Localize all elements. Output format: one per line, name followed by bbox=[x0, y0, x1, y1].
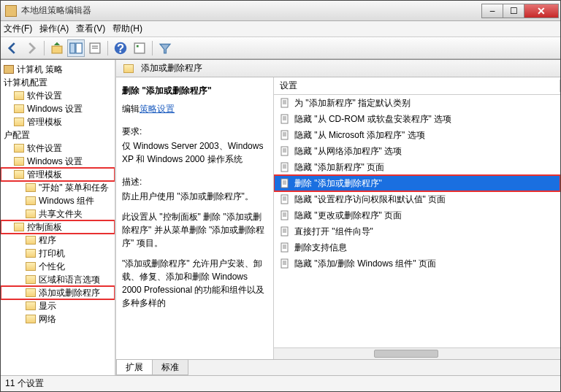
svg-rect-0 bbox=[52, 46, 62, 53]
tree-user-config[interactable]: 户配置 bbox=[1, 128, 115, 142]
tree-root[interactable]: 计算机 策略 bbox=[1, 63, 115, 76]
horizontal-scrollbar[interactable] bbox=[274, 347, 560, 359]
tab-extended[interactable]: 扩展 bbox=[116, 360, 153, 375]
tree-label: 添加或删除程序 bbox=[39, 287, 100, 299]
svg-rect-1 bbox=[70, 43, 75, 53]
menu-view[interactable]: 查看(V) bbox=[76, 23, 105, 35]
settings-item[interactable]: 隐藏 "从 CD-ROM 或软盘安装程序" 选项 bbox=[274, 111, 560, 127]
edit-row: 编辑策略设置 bbox=[122, 103, 267, 115]
col-settings[interactable]: 设置 bbox=[274, 80, 560, 92]
settings-item[interactable]: 直接打开 "组件向导" bbox=[274, 223, 560, 239]
settings-item-label: 隐藏 "更改或删除程序" 页面 bbox=[294, 210, 402, 222]
settings-item[interactable]: 隐藏 "设置程序访问权限和默认值" 页面 bbox=[274, 191, 560, 207]
settings-item[interactable]: 为 "添加新程序" 指定默认类别 bbox=[274, 95, 560, 111]
tree-start-menu[interactable]: "开始" 菜单和任务 bbox=[1, 181, 115, 194]
policy-icon bbox=[280, 162, 290, 172]
edit-policy-link[interactable]: 策略设置 bbox=[140, 104, 175, 114]
policy-icon bbox=[280, 178, 290, 188]
toolbar-separator bbox=[107, 41, 108, 55]
status-text: 11 个设置 bbox=[5, 377, 44, 390]
settings-item[interactable]: 隐藏 "从网络添加程序" 选项 bbox=[274, 143, 560, 159]
tree-cc-windows[interactable]: Windows 设置 bbox=[1, 102, 115, 115]
settings-item[interactable]: 删除 "添加或删除程序" bbox=[274, 175, 560, 191]
titlebar: 本地组策略编辑器 – ☐ ✕ bbox=[1, 1, 560, 21]
tree-printers[interactable]: 打印机 bbox=[1, 247, 115, 260]
tree-label: 管理模板 bbox=[27, 116, 62, 128]
folder-icon bbox=[26, 196, 36, 205]
help-button[interactable]: ? bbox=[112, 39, 129, 57]
tree-pane[interactable]: 计算机 策略 计算机配置 软件设置 Windows 设置 管理模板 户配置 软件… bbox=[1, 60, 116, 375]
tree-label: 计算机配置 bbox=[4, 77, 47, 89]
tree-win-components[interactable]: Windows 组件 bbox=[1, 194, 115, 207]
tree-uc-templates[interactable]: 管理模板 bbox=[1, 168, 115, 181]
tree-label: 控制面板 bbox=[27, 221, 62, 234]
settings-item[interactable]: 隐藏 "更改或删除程序" 页面 bbox=[274, 207, 560, 223]
req-label: 要求: bbox=[122, 126, 267, 138]
policy-icon bbox=[280, 258, 290, 269]
settings-item-label: 删除 "添加或删除程序" bbox=[294, 177, 382, 190]
policy-icon bbox=[280, 242, 290, 253]
maximize-button[interactable]: ☐ bbox=[503, 4, 524, 18]
tree-label: 软件设置 bbox=[27, 90, 62, 102]
tree-cc-software[interactable]: 软件设置 bbox=[1, 89, 115, 102]
forward-button[interactable] bbox=[23, 39, 40, 57]
tree-programs[interactable]: 程序 bbox=[1, 234, 115, 247]
svg-rect-14 bbox=[281, 115, 288, 123]
folder-icon bbox=[26, 275, 36, 284]
menu-file[interactable]: 文件(F) bbox=[4, 23, 32, 35]
show-hide-tree-button[interactable] bbox=[67, 39, 85, 57]
tree-cc-templates[interactable]: 管理模板 bbox=[1, 115, 115, 128]
tree-label: 网络 bbox=[39, 313, 56, 326]
back-button[interactable] bbox=[4, 39, 21, 57]
tab-standard[interactable]: 标准 bbox=[152, 360, 188, 375]
properties-button[interactable] bbox=[86, 39, 104, 57]
toolbar-separator bbox=[152, 41, 153, 55]
folder-icon bbox=[26, 249, 36, 258]
desc-label: 描述: bbox=[122, 176, 267, 188]
tree-add-remove[interactable]: 添加或删除程序 bbox=[1, 286, 115, 299]
result-tabs: 扩展 标准 bbox=[116, 359, 560, 375]
settings-list[interactable]: 为 "添加新程序" 指定默认类别隐藏 "从 CD-ROM 或软盘安装程序" 选项… bbox=[274, 95, 560, 347]
tree-label: 软件设置 bbox=[27, 142, 62, 155]
settings-item[interactable]: 隐藏 "添加/删除 Windows 组件" 页面 bbox=[274, 255, 560, 272]
folder-icon bbox=[26, 210, 36, 218]
minimize-button[interactable]: – bbox=[481, 4, 503, 18]
svg-rect-38 bbox=[281, 211, 288, 220]
filter-button[interactable] bbox=[156, 39, 174, 57]
description-panel: 删除 "添加或删除程序" 编辑策略设置 要求: 仅 Windows Server… bbox=[116, 77, 274, 359]
desc-title: 删除 "添加或删除程序" bbox=[122, 85, 267, 97]
tree-uc-software[interactable]: 软件设置 bbox=[1, 142, 115, 155]
folder-icon bbox=[26, 315, 36, 323]
desc-text-3: "添加或删除程序" 允许用户安装、卸载、修复、添加和删除 Windows 200… bbox=[122, 257, 267, 310]
folder-icon bbox=[14, 223, 24, 231]
folder-icon bbox=[14, 104, 24, 113]
menu-help[interactable]: 帮助(H) bbox=[112, 23, 142, 35]
svg-rect-50 bbox=[281, 259, 288, 268]
tree-personalization[interactable]: 个性化 bbox=[1, 260, 115, 273]
menu-action[interactable]: 操作(A) bbox=[39, 23, 69, 35]
settings-item[interactable]: 隐藏 "添加新程序" 页面 bbox=[274, 159, 560, 175]
options-button[interactable] bbox=[131, 39, 148, 57]
tree-control-panel[interactable]: 控制面板 bbox=[1, 220, 115, 234]
tree-uc-windows[interactable]: Windows 设置 bbox=[1, 155, 115, 168]
tree-network[interactable]: 网络 bbox=[1, 312, 115, 326]
tree-computer-config[interactable]: 计算机配置 bbox=[1, 76, 115, 89]
policy-icon bbox=[280, 114, 290, 124]
tree-label: Windows 设置 bbox=[27, 155, 83, 168]
close-button[interactable]: ✕ bbox=[524, 4, 559, 18]
tree-label: "开始" 菜单和任务 bbox=[39, 182, 109, 194]
tree-region-lang[interactable]: 区域和语言选项 bbox=[1, 273, 115, 286]
settings-item[interactable]: 删除支持信息 bbox=[274, 239, 560, 255]
policy-icon bbox=[280, 130, 290, 140]
content-area: 计算机 策略 计算机配置 软件设置 Windows 设置 管理模板 户配置 软件… bbox=[1, 59, 560, 375]
up-button[interactable] bbox=[48, 39, 66, 57]
settings-item[interactable]: 隐藏 "从 Microsoft 添加程序" 选项 bbox=[274, 127, 560, 143]
tree-display[interactable]: 显示 bbox=[1, 299, 115, 312]
settings-item-label: 隐藏 "从网络添加程序" 选项 bbox=[294, 145, 402, 158]
settings-item-label: 隐藏 "从 Microsoft 添加程序" 选项 bbox=[294, 129, 425, 142]
main-window: 本地组策略编辑器 – ☐ ✕ 文件(F) 操作(A) 查看(V) 帮助(H) ?… bbox=[0, 0, 561, 392]
tree-shared-folders[interactable]: 共享文件夹 bbox=[1, 207, 115, 220]
settings-item-label: 隐藏 "添加/删除 Windows 组件" 页面 bbox=[294, 258, 436, 270]
console-icon bbox=[4, 65, 14, 74]
tree-label: 管理模板 bbox=[27, 169, 62, 181]
